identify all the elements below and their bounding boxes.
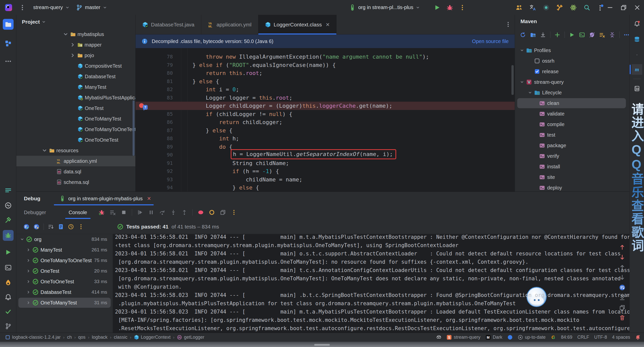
test-node-OneToManyToOneTest[interactable]: OneToManyToOneTest75 ms xyxy=(16,255,113,266)
test-node-OneTest[interactable]: OneTest20 ms xyxy=(16,266,113,276)
tab-LoggerContext.class[interactable]: LoggerContext.class✕ xyxy=(258,15,337,34)
maven-item-deploy[interactable]: deploy xyxy=(515,182,629,191)
maven-item-release[interactable]: release xyxy=(515,66,629,77)
stripe-project-folder[interactable] xyxy=(3,19,14,30)
file-blue-icon[interactable] xyxy=(58,224,64,230)
main-menu-kebab-icon[interactable] xyxy=(19,4,26,11)
code-line-82[interactable]: 82 int i = 0; xyxy=(136,85,515,94)
step-over-icon[interactable] xyxy=(159,209,165,215)
code-line-94[interactable]: 94 } else { xyxy=(136,183,515,191)
translate-icon[interactable]: A xyxy=(529,4,536,11)
clock-yellow-icon[interactable] xyxy=(68,224,74,230)
project-selector[interactable]: stream-query xyxy=(33,5,69,10)
step-into-icon[interactable] xyxy=(170,209,176,215)
console-output[interactable]: 2023-04-01 15:56:58.021 INFO 20744 --- [… xyxy=(113,234,629,333)
status-run-widget-badge[interactable]: Sstream-query xyxy=(447,335,480,340)
breadcrumb-qos[interactable]: qos xyxy=(78,335,86,340)
code-line-79[interactable]: 79 } else if ("ROOT".equalsIgnoreCase(na… xyxy=(136,61,515,69)
stripe-commit[interactable] xyxy=(3,38,14,49)
project-item-data.sql[interactable]: data.sql xyxy=(16,166,135,177)
breadcrumb-getLogger[interactable]: mgetLogger xyxy=(177,335,204,340)
code-line-87[interactable]: 87 } else { xyxy=(136,126,515,135)
maven-item-verify[interactable]: verify xyxy=(515,151,629,161)
project-item-OneTest[interactable]: OneTest xyxy=(16,103,135,113)
breadcrumb-LoggerContext[interactable]: LoggerContext xyxy=(134,335,171,340)
more-blue-icon[interactable] xyxy=(624,32,629,38)
code-line-84[interactable]: ? Logger childLogger = (Logger)this.logg… xyxy=(136,102,515,110)
code-line-80[interactable]: 80 return this.root; xyxy=(136,69,515,77)
breadcrumb-logback[interactable]: logback xyxy=(92,335,107,340)
code-line-93[interactable]: 93 childName = name; xyxy=(136,175,515,184)
stripe-services[interactable] xyxy=(3,185,14,196)
project-item-MybatisPlusTestApplicati[interactable]: MybatisPlusTestApplicati xyxy=(16,92,135,103)
breadcrumb-classic[interactable]: classic xyxy=(114,335,127,340)
code-line-90[interactable]: 90 h = LoggerNameUtil.getSeparatorIndexO… xyxy=(136,151,515,159)
tab-application.yml[interactable]: YAMLapplication.yml xyxy=(201,15,258,34)
stripe-run[interactable] xyxy=(3,247,14,258)
status-alert[interactable] xyxy=(635,335,640,340)
status-sync-status[interactable]: up-to-date xyxy=(518,335,546,340)
breadcrumb-logback-classic-1.2.4.jar[interactable]: logback-classic-1.2.4.jar xyxy=(5,335,61,340)
maven-item-Profiles[interactable]: Profiles xyxy=(515,45,629,56)
code-line-81[interactable]: 81 } else { xyxy=(136,77,515,86)
project-item-application.yml[interactable]: YAMLapplication.yml xyxy=(16,156,135,166)
download-icon[interactable] xyxy=(540,32,546,38)
status-copilot[interactable] xyxy=(436,335,441,340)
code-line-83[interactable]: 83 Logger logger = this.root; xyxy=(136,94,515,102)
status-google[interactable]: G xyxy=(551,335,556,340)
stripe-build[interactable] xyxy=(3,215,14,225)
run-configuration-selector[interactable]: org in stream-pl...tis-plus xyxy=(349,0,420,15)
stripe-notifications[interactable] xyxy=(632,18,642,29)
test-node-org[interactable]: org834 ms xyxy=(16,234,113,245)
play-green-icon[interactable] xyxy=(569,32,575,38)
listx-yellow-icon[interactable] xyxy=(599,32,605,38)
stripe-debug[interactable] xyxy=(3,230,14,241)
maven-item-install[interactable]: install xyxy=(515,161,629,172)
stripe-profiler[interactable] xyxy=(3,277,14,288)
project-scrollbar[interactable] xyxy=(133,100,135,156)
project-item-OneToOneTest[interactable]: OneToOneTest xyxy=(16,135,135,145)
project-item-DatabaseTest[interactable]: DatabaseTest xyxy=(16,71,135,82)
open-source-file-link[interactable]: Open source file xyxy=(472,38,509,44)
project-item-OneToManyTest[interactable]: OneToManyTest xyxy=(16,113,135,124)
resume-icon[interactable] xyxy=(137,209,143,215)
code-line-85[interactable]: 85 if (childLogger != null) { xyxy=(136,110,515,118)
sort-icon[interactable] xyxy=(48,224,54,230)
rerun-bug-icon[interactable] xyxy=(99,209,105,215)
code-editor[interactable]: 78 throw new IllegalArgumentException("n… xyxy=(136,48,515,191)
refresh-icon[interactable] xyxy=(520,32,526,38)
notifications-kebab-icon[interactable] xyxy=(597,4,604,11)
status-encoding[interactable]: UTF-8 xyxy=(594,335,607,340)
ring-yellow-icon[interactable] xyxy=(209,209,215,215)
collapse-icon[interactable] xyxy=(609,32,615,38)
project-item-ManyTest[interactable]: ManyTest xyxy=(16,82,135,92)
stripe-dot[interactable] xyxy=(632,50,642,60)
record-icon[interactable] xyxy=(543,4,549,11)
project-item-CompositiveTest[interactable]: CompositiveTest xyxy=(16,61,135,71)
pause-icon[interactable] xyxy=(148,209,154,215)
project-item-resources[interactable]: resources xyxy=(16,145,135,156)
test-node-DatabaseTest[interactable]: DatabaseTest414 ms xyxy=(16,287,113,297)
maven-item-Lifecycle[interactable]: Lifecycle xyxy=(515,87,629,98)
close-icon[interactable]: ✕ xyxy=(326,22,330,28)
project-item-OneToManyToOneTest[interactable]: OneToManyToOneTest xyxy=(16,124,135,135)
stripe-documentation[interactable]: A xyxy=(632,83,642,94)
ev-circle-icon[interactable] xyxy=(23,224,29,230)
plus-icon[interactable] xyxy=(554,32,560,38)
frames-icon[interactable] xyxy=(220,209,226,215)
stripe-git[interactable] xyxy=(3,321,14,332)
kebab-yellow-icon[interactable] xyxy=(231,209,237,215)
tools-icon[interactable] xyxy=(556,4,563,11)
maximize-button[interactable] xyxy=(617,0,630,15)
listx-gray-icon[interactable] xyxy=(110,209,116,215)
test-node-ManyTest[interactable]: ManyTest261 ms xyxy=(16,245,113,255)
maven-item-site[interactable]: site xyxy=(515,172,629,182)
code-line-88[interactable]: 88 int h; xyxy=(136,134,515,143)
ex-circle-icon[interactable] xyxy=(33,224,39,230)
red-oval-icon[interactable] xyxy=(198,209,204,215)
code-line-91[interactable]: 91 String childName; xyxy=(136,159,515,167)
project-panel-header[interactable]: Project xyxy=(16,15,135,29)
code-line-92[interactable]: 92 if (h == -1) { xyxy=(136,167,515,175)
code-line-78[interactable]: 78 throw new IllegalArgumentException("n… xyxy=(136,53,515,61)
project-item-mybatisplus[interactable]: mybatisplus xyxy=(16,29,135,40)
